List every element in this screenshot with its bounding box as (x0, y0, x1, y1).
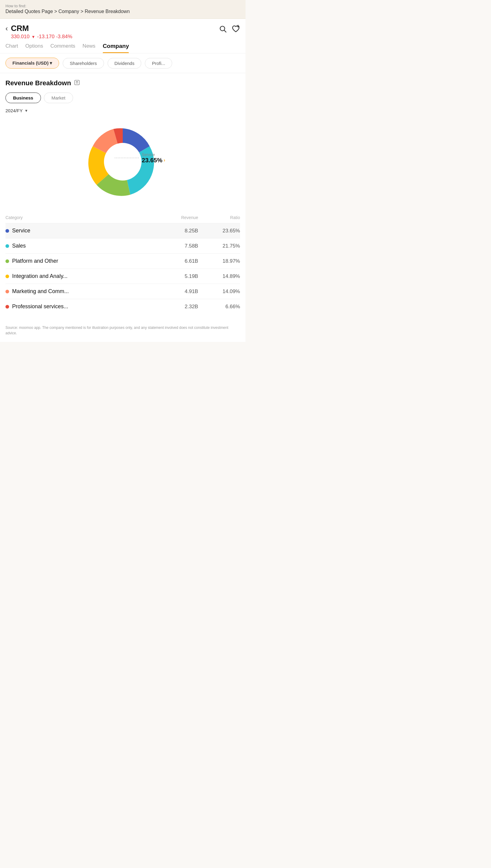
toggle-business[interactable]: Business (5, 92, 41, 103)
cell-category: Service (5, 223, 157, 239)
stock-arrow: ▼ (31, 34, 35, 39)
cell-category: Sales (5, 239, 157, 254)
cell-revenue: 6.61B (157, 254, 198, 269)
callout-pct: 23.65% › (142, 157, 165, 164)
subtab-profile[interactable]: Profi... (145, 58, 172, 69)
cell-category: Professional services... (5, 299, 157, 314)
watchlist-button[interactable] (232, 25, 240, 34)
category-dot (5, 229, 9, 233)
subtab-shareholders[interactable]: Shareholders (63, 58, 104, 69)
cell-category: Platform and Other (5, 254, 157, 269)
cell-revenue: 5.19B (157, 269, 198, 284)
tab-options[interactable]: Options (25, 43, 44, 53)
table-header: Category Revenue Ratio (5, 213, 240, 223)
toggle-market[interactable]: Market (44, 92, 73, 103)
tab-comments[interactable]: Comments (50, 43, 75, 53)
stock-price: 330.010 (11, 34, 29, 40)
callout-label: Service 23.65% › (142, 152, 165, 164)
source-note: Source: moomoo app. The company mentione… (0, 320, 246, 342)
cell-ratio: 6.66% (198, 299, 240, 314)
cell-revenue: 2.32B (157, 299, 198, 314)
table-row[interactable]: Service 8.25B 23.65% (5, 223, 240, 239)
stock-change: -13.170 -3.84% (37, 34, 72, 40)
how-to-find-label: How to find: (5, 4, 240, 8)
category-dot (5, 290, 9, 293)
stock-info: CRM 330.010 ▼ -13.170 -3.84% (11, 24, 73, 40)
category-name: Service (12, 227, 30, 234)
category-name: Platform and Other (12, 258, 58, 264)
cell-revenue: 4.91B (157, 284, 198, 299)
section-header: Revenue Breakdown (5, 79, 240, 87)
main-content: Revenue Breakdown Business Market 2024/F… (0, 73, 246, 320)
cell-ratio: 14.89% (198, 269, 240, 284)
cell-category: Marketing and Comm... (5, 284, 157, 299)
donut-callout: Service 23.65% › (115, 152, 165, 164)
year-caret-icon: ▼ (25, 109, 28, 113)
tab-news[interactable]: News (82, 43, 95, 53)
callout-category: Service (142, 152, 165, 157)
search-button[interactable] (219, 25, 227, 34)
cell-ratio: 21.75% (198, 239, 240, 254)
callout-line (115, 158, 139, 158)
header-icons (219, 25, 240, 34)
year-selector[interactable]: 2024/FY ▼ (5, 108, 240, 113)
col-category: Category (5, 213, 157, 223)
nav-tabs: Chart Options Comments News Company (0, 40, 246, 53)
category-dot (5, 275, 9, 278)
category-dot (5, 260, 9, 263)
table-row[interactable]: Platform and Other 6.61B 18.97% (5, 254, 240, 269)
cell-ratio: 14.09% (198, 284, 240, 299)
svg-line-1 (224, 30, 226, 32)
subtab-financials[interactable]: Financials (USD) ▾ (5, 58, 59, 69)
cell-ratio: 18.97% (198, 254, 240, 269)
header-left: ‹ CRM 330.010 ▼ -13.170 -3.84% (5, 24, 73, 40)
stock-price-row: 330.010 ▼ -13.170 -3.84% (11, 34, 73, 40)
back-button[interactable]: ‹ (5, 24, 8, 33)
category-name: Marketing and Comm... (12, 288, 69, 295)
tab-company[interactable]: Company (103, 43, 129, 53)
stock-header: ‹ CRM 330.010 ▼ -13.170 -3.84% (0, 19, 246, 40)
category-dot (5, 305, 9, 308)
cell-ratio: 23.65% (198, 223, 240, 239)
callout-chevron[interactable]: › (164, 158, 165, 163)
table-row[interactable]: Sales 7.58B 21.75% (5, 239, 240, 254)
how-to-find-banner: How to find: Detailed Quotes Page > Comp… (0, 0, 246, 19)
toggle-row: Business Market (5, 92, 240, 103)
revenue-table: Category Revenue Ratio Service 8.25B 23.… (5, 213, 240, 314)
how-to-find-path: Detailed Quotes Page > Company > Revenue… (5, 9, 240, 14)
cell-revenue: 8.25B (157, 223, 198, 239)
category-dot (5, 244, 9, 248)
year-label: 2024/FY (5, 108, 23, 113)
donut-chart: Service 23.65% › (83, 122, 162, 201)
stock-ticker: CRM (11, 24, 73, 33)
table-row[interactable]: Professional services... 2.32B 6.66% (5, 299, 240, 314)
cell-revenue: 7.58B (157, 239, 198, 254)
chart-area: Service 23.65% › (5, 119, 240, 204)
section-title: Revenue Breakdown (5, 79, 71, 87)
subtab-dividends[interactable]: Dividends (108, 58, 142, 69)
table-row[interactable]: Integration and Analy... 5.19B 14.89% (5, 269, 240, 284)
export-icon[interactable] (74, 80, 80, 87)
tab-chart[interactable]: Chart (5, 43, 18, 53)
col-ratio: Ratio (198, 213, 240, 223)
table-row[interactable]: Marketing and Comm... 4.91B 14.09% (5, 284, 240, 299)
category-name: Professional services... (12, 303, 68, 310)
category-name: Integration and Analy... (12, 273, 67, 279)
subtabs: Financials (USD) ▾ Shareholders Dividend… (0, 53, 246, 73)
cell-category: Integration and Analy... (5, 269, 157, 284)
category-name: Sales (12, 243, 26, 249)
col-revenue: Revenue (157, 213, 198, 223)
